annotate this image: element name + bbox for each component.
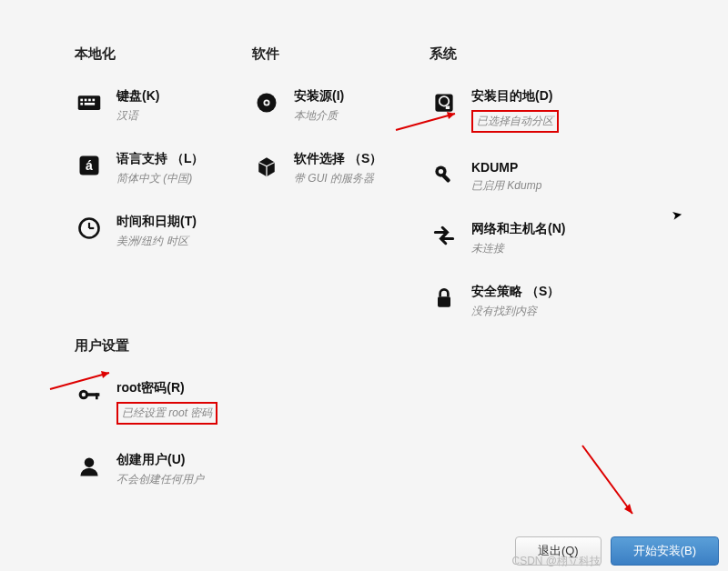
svg-point-23 xyxy=(82,393,86,396)
user-title: 用户设置 xyxy=(75,337,701,355)
svg-rect-6 xyxy=(85,103,95,105)
rootpw-status: 已经设置 root 密码 xyxy=(116,402,217,425)
watermark: CSDN @栩立科技 xyxy=(511,554,601,569)
svg-point-14 xyxy=(265,101,268,105)
svg-rect-2 xyxy=(85,99,87,102)
language-spoke[interactable]: á 语言支持 （L） 简体中文 (中国) xyxy=(75,151,252,186)
kdump-title: KDUMP xyxy=(471,160,541,175)
disk-icon xyxy=(430,88,459,117)
language-title: 语言支持 （L） xyxy=(116,151,204,167)
localization-title: 本地化 xyxy=(75,45,252,63)
software-sel-status: 带 GUI 的服务器 xyxy=(294,171,382,186)
svg-rect-21 xyxy=(438,296,450,306)
svg-rect-5 xyxy=(80,103,83,105)
package-icon xyxy=(252,151,281,180)
kdump-status: 已启用 Kdump xyxy=(471,178,541,194)
keyboard-status: 汉语 xyxy=(116,108,159,124)
usercreate-title: 创建用户(U) xyxy=(116,452,204,468)
language-icon: á xyxy=(75,151,104,180)
usercreate-status: 不会创建任何用户 xyxy=(116,472,204,487)
svg-rect-3 xyxy=(88,99,91,102)
network-title: 网络和主机名(N) xyxy=(471,221,565,237)
svg-rect-17 xyxy=(446,106,450,110)
destination-title: 安装目的地(D) xyxy=(471,88,559,105)
svg-point-19 xyxy=(439,169,443,174)
datetime-title: 时间和日期(T) xyxy=(116,214,197,230)
security-status: 没有找到内容 xyxy=(471,304,560,319)
source-status: 本地介质 xyxy=(294,108,344,124)
datetime-spoke[interactable]: 时间和日期(T) 美洲/纽约 时区 xyxy=(75,214,252,249)
lock-icon xyxy=(430,284,459,313)
security-spoke[interactable]: 安全策略 （S） 没有找到内容 xyxy=(430,284,630,319)
mouse-cursor: ➤ xyxy=(671,206,684,223)
language-status: 简体中文 (中国) xyxy=(116,171,204,186)
keyboard-icon xyxy=(75,88,104,117)
begin-install-button[interactable]: 开始安装(B) xyxy=(611,536,719,566)
rootpw-title: root密码(R) xyxy=(116,380,217,396)
destination-spoke[interactable]: 安装目的地(D) 已选择自动分区 xyxy=(430,88,630,133)
security-title: 安全策略 （S） xyxy=(471,284,560,300)
software-sel-spoke[interactable]: 软件选择 （S） 带 GUI 的服务器 xyxy=(252,151,430,186)
key-icon xyxy=(75,380,104,409)
network-spoke[interactable]: 网络和主机名(N) 未连接 xyxy=(430,221,630,256)
clock-icon xyxy=(75,214,104,243)
svg-rect-25 xyxy=(96,393,98,399)
datetime-status: 美洲/纽约 时区 xyxy=(116,234,197,249)
software-title: 软件 xyxy=(252,45,430,63)
system-column: 系统 安装目的地(D) 已选择自动分区 KDUMP 已启用 Kdump xyxy=(430,45,630,346)
svg-text:á: á xyxy=(86,158,93,173)
rootpw-spoke[interactable]: root密码(R) 已经设置 root 密码 xyxy=(75,380,701,425)
destination-status: 已选择自动分区 xyxy=(471,110,559,133)
network-icon xyxy=(430,221,459,250)
localization-column: 本地化 键盘(K) 汉语 á 语言支持 （L） 简体中文 (中国) xyxy=(75,45,252,346)
source-spoke[interactable]: 安装源(I) 本地介质 xyxy=(252,88,430,124)
svg-rect-1 xyxy=(80,99,83,102)
network-status: 未连接 xyxy=(471,241,565,256)
svg-point-26 xyxy=(85,457,95,467)
system-title: 系统 xyxy=(430,45,630,63)
keyboard-spoke[interactable]: 键盘(K) 汉语 xyxy=(75,88,252,124)
disc-icon xyxy=(252,88,281,117)
software-sel-title: 软件选择 （S） xyxy=(294,151,382,167)
keyboard-title: 键盘(K) xyxy=(116,88,159,105)
software-column: 软件 安装源(I) 本地介质 软件选择 （S） 带 GUI 的服务器 xyxy=(252,45,430,346)
source-title: 安装源(I) xyxy=(294,88,344,105)
svg-rect-20 xyxy=(441,174,451,184)
svg-rect-4 xyxy=(93,99,96,102)
wrench-icon xyxy=(430,160,459,189)
usercreate-spoke[interactable]: 创建用户(U) 不会创建任何用户 xyxy=(75,452,701,487)
user-section: 用户设置 root密码(R) 已经设置 root 密码 创建用户(U) 不会创建… xyxy=(75,337,701,515)
user-icon xyxy=(75,452,104,481)
kdump-spoke[interactable]: KDUMP 已启用 Kdump xyxy=(430,160,630,194)
